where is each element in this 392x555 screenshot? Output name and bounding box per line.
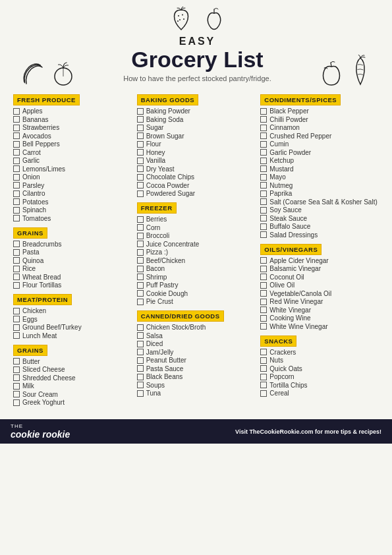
checkbox[interactable] [260,274,267,280]
checkbox[interactable] [260,266,267,272]
checkbox[interactable] [260,198,267,205]
checkbox[interactable] [13,125,20,131]
checkbox[interactable] [13,324,20,331]
checkbox[interactable] [13,266,20,272]
checkbox[interactable] [137,382,144,388]
item-label: Lemons/Limes [22,165,65,173]
checkbox[interactable] [137,341,144,347]
checkbox[interactable] [260,299,267,305]
checkbox[interactable] [260,357,267,364]
checkbox[interactable] [137,125,144,131]
checkbox[interactable] [137,216,144,223]
checkbox[interactable] [13,257,20,264]
checkbox[interactable] [137,365,144,372]
checkbox[interactable] [137,266,144,272]
checkbox[interactable] [260,141,267,148]
checkbox[interactable] [13,158,20,164]
checkbox[interactable] [13,108,20,115]
checkbox[interactable] [13,282,20,289]
checkbox[interactable] [260,158,267,164]
item-label: Puff Pastry [146,281,179,289]
checkbox[interactable] [13,358,20,365]
checkbox[interactable] [137,132,144,139]
item-label: Cocoa Powder [146,182,190,189]
checkbox[interactable] [137,233,144,239]
checkbox[interactable] [260,282,267,289]
checkbox[interactable] [13,207,20,214]
checkbox[interactable] [260,165,267,172]
checkbox[interactable] [260,315,267,322]
checkbox[interactable] [137,349,144,355]
checkbox[interactable] [137,108,144,115]
checkbox[interactable] [13,308,20,314]
checkbox[interactable] [260,223,267,230]
checkbox[interactable] [137,299,144,305]
checkbox[interactable] [260,374,267,380]
checkbox[interactable] [260,323,267,330]
list-item: Flour [137,140,256,148]
checkbox[interactable] [13,399,20,406]
checkbox[interactable] [137,257,144,264]
checkbox[interactable] [137,141,144,148]
checkbox[interactable] [260,149,267,156]
checkbox[interactable] [13,316,20,322]
checkbox[interactable] [13,366,20,373]
checkbox[interactable] [137,165,144,172]
checkbox[interactable] [137,390,144,397]
checkbox[interactable] [137,174,144,181]
checkbox[interactable] [260,125,267,131]
checkbox[interactable] [137,282,144,289]
checkbox[interactable] [137,241,144,247]
checkbox[interactable] [13,116,20,123]
checkbox[interactable] [260,382,267,388]
checkbox[interactable] [13,274,20,280]
checkbox[interactable] [13,391,20,397]
checkbox[interactable] [260,215,267,221]
checkbox[interactable] [137,182,144,189]
checkbox[interactable] [13,241,20,247]
checkbox[interactable] [13,141,20,148]
checkbox[interactable] [13,198,20,205]
checkbox[interactable] [137,116,144,123]
checkbox[interactable] [137,374,144,380]
checkbox[interactable] [13,182,20,189]
checkbox[interactable] [137,357,144,364]
checkbox[interactable] [137,190,144,197]
checkbox[interactable] [13,165,20,172]
checkbox[interactable] [260,182,267,189]
list-item: Crackers [260,349,379,356]
checkbox[interactable] [137,290,144,297]
checkbox[interactable] [260,290,267,297]
checkbox[interactable] [137,332,144,339]
checkbox[interactable] [13,132,20,139]
checkbox[interactable] [260,231,267,238]
checkbox[interactable] [260,190,267,197]
checkbox[interactable] [13,149,20,156]
checkbox[interactable] [260,207,267,214]
item-label: Bacon [146,265,165,272]
checkbox[interactable] [260,108,267,115]
item-label: Flour Tortillas [22,281,61,289]
checkbox[interactable] [137,274,144,280]
checkbox[interactable] [13,249,20,256]
checkbox[interactable] [260,257,267,264]
checkbox[interactable] [13,332,20,339]
checkbox[interactable] [260,365,267,372]
checkbox[interactable] [13,215,20,221]
checkbox[interactable] [13,383,20,390]
checkbox[interactable] [13,190,20,197]
checkbox[interactable] [260,174,267,181]
checkbox[interactable] [260,349,267,355]
checkbox[interactable] [260,390,267,397]
checkbox[interactable] [137,149,144,156]
checkbox[interactable] [13,374,20,381]
checkbox[interactable] [137,224,144,231]
checkbox[interactable] [260,307,267,313]
checkbox[interactable] [137,324,144,331]
checkbox[interactable] [137,249,144,256]
checkbox[interactable] [13,174,20,181]
checkbox[interactable] [137,158,144,164]
item-label: Diced [146,340,163,347]
checkbox[interactable] [260,132,267,139]
checkbox[interactable] [260,116,267,123]
